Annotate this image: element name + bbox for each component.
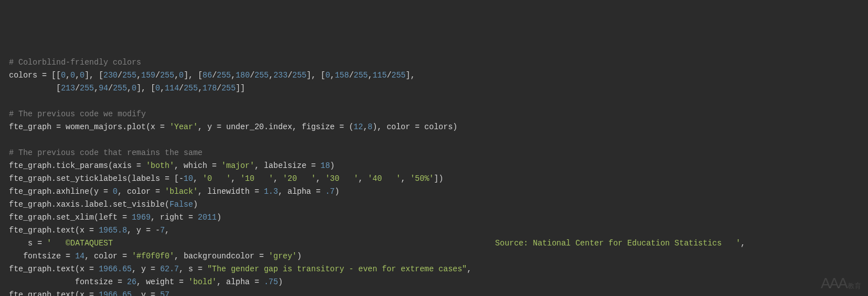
code-line bbox=[9, 134, 859, 147]
code-line: fte_graph.tick_params(axis = 'both', whi… bbox=[9, 160, 859, 172]
code-line: fte_graph = women_majors.plot(x = 'Year'… bbox=[9, 121, 859, 134]
code-line: fte_graph.set_yticklabels(labels = [-10,… bbox=[9, 172, 859, 185]
code-line: s = ' ©DATAQUEST Source: National Center… bbox=[9, 237, 859, 250]
code-line: colors = [[0,0,0], [230/255,159/255,0], … bbox=[9, 69, 859, 82]
code-line: # The previous code we modify bbox=[9, 108, 859, 121]
code-block: # Colorblind-friendly colorscolors = [[0… bbox=[9, 56, 859, 296]
code-line: fte_graph.axhline(y = 0, color = 'black'… bbox=[9, 185, 859, 198]
watermark-main: AAA bbox=[821, 277, 847, 290]
code-line bbox=[9, 95, 859, 108]
code-line: [213/255,94/255,0], [0,114/255,178/255]] bbox=[9, 82, 859, 95]
code-line: fte_graph.xaxis.label.set_visible(False) bbox=[9, 198, 859, 211]
code-line: # The previous code that remains the sam… bbox=[9, 147, 859, 160]
code-line: fte_graph.text(x = 1966.65, y = 57, bbox=[9, 289, 859, 296]
code-line: fontsize = 26, weight = 'bold', alpha = … bbox=[9, 276, 859, 289]
code-line: fte_graph.set_xlim(left = 1969, right = … bbox=[9, 211, 859, 224]
watermark-sub: 教育 bbox=[848, 280, 861, 293]
watermark-logo: AAA 教育 bbox=[821, 277, 861, 293]
code-line: fte_graph.text(x = 1965.8, y = -7, bbox=[9, 224, 859, 237]
code-line: fte_graph.text(x = 1966.65, y = 62.7, s … bbox=[9, 263, 859, 276]
code-line: fontsize = 14, color = '#f0f0f0', backgr… bbox=[9, 250, 859, 263]
code-line: # Colorblind-friendly colors bbox=[9, 56, 859, 69]
